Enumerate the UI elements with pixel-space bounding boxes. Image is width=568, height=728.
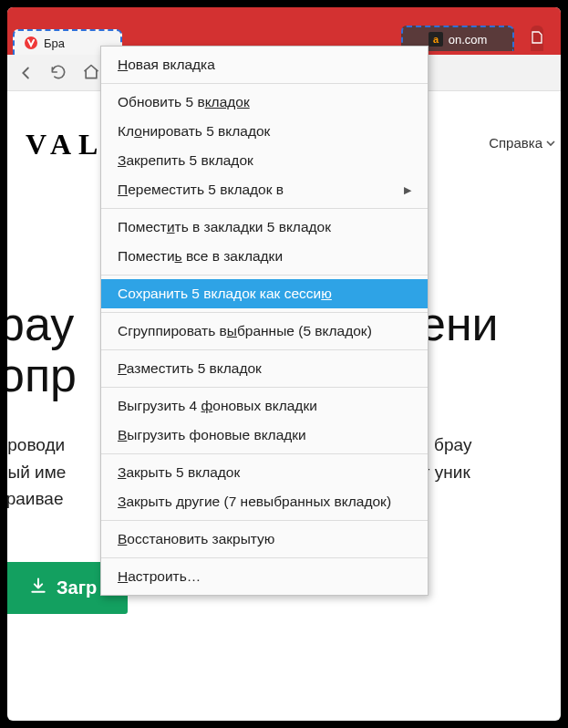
- menu-separator: [101, 208, 428, 209]
- svg-text:a: a: [433, 34, 439, 45]
- menu-separator: [101, 557, 428, 558]
- submenu-arrow-icon: ▶: [404, 184, 411, 196]
- menu-close-selected[interactable]: Закрыть 5 вкладок: [101, 458, 428, 487]
- help-link[interactable]: Справка: [489, 135, 555, 151]
- amazon-favicon-icon: a: [429, 32, 443, 47]
- vivaldi-favicon-icon: [24, 36, 38, 50]
- menu-pin-tabs[interactable]: Закрепить 5 вкладок: [101, 146, 428, 175]
- menu-separator: [101, 387, 428, 388]
- menu-separator: [101, 349, 428, 350]
- browser-window: Бра a on.com VALD Справка: [7, 7, 561, 721]
- back-button[interactable]: [16, 63, 36, 83]
- menu-stack-tabs[interactable]: Сгруппировать выбранные (5 вкладок): [101, 317, 428, 346]
- tab-context-menu: Новая вкладка Обновить 5 вкладок Клониро…: [100, 46, 429, 596]
- menu-separator: [101, 312, 428, 313]
- download-label: Загр: [57, 577, 97, 598]
- home-button[interactable]: [82, 63, 102, 83]
- menu-hibernate-bg-all[interactable]: Выгрузить фоновые вкладки: [101, 421, 428, 450]
- download-icon: [29, 577, 47, 599]
- menu-separator: [101, 520, 428, 521]
- menu-bookmark-selected[interactable]: Поместить в закладки 5 вкладок: [101, 213, 428, 242]
- menu-hibernate-bg[interactable]: Выгрузить 4 фоновых вкладки: [101, 391, 428, 421]
- chevron-down-icon: [546, 135, 555, 151]
- menu-separator: [101, 83, 428, 84]
- menu-move-tabs[interactable]: Переместить 5 вкладок в ▶: [101, 175, 428, 204]
- reload-button[interactable]: [49, 63, 69, 83]
- menu-reopen-closed[interactable]: Восстановить закрытую: [101, 525, 428, 554]
- menu-save-session[interactable]: Сохранить 5 вкладок как сессию: [101, 279, 428, 308]
- menu-new-tab[interactable]: Новая вкладка: [101, 50, 428, 79]
- menu-separator: [101, 275, 428, 276]
- new-tab-button[interactable]: [531, 26, 543, 51]
- tab-amazon-label: on.com: [449, 33, 488, 47]
- menu-separator: [101, 453, 428, 454]
- menu-bookmark-all[interactable]: Поместиь все в закладки: [101, 242, 428, 271]
- titlebar: [7, 7, 561, 26]
- menu-tile-tabs[interactable]: Разместить 5 вкладок: [101, 354, 428, 383]
- menu-clone-tabs[interactable]: Клонировать 5 вкладок: [101, 117, 428, 146]
- menu-customize[interactable]: Настроить…: [101, 562, 428, 591]
- help-label: Справка: [489, 135, 542, 151]
- menu-reload-tabs[interactable]: Обновить 5 вкладок: [101, 88, 428, 117]
- menu-close-other[interactable]: Закрыть другие (7 невыбранных вкладок): [101, 487, 428, 516]
- tab-1-label: Бра: [44, 36, 65, 50]
- page-icon: [532, 31, 542, 47]
